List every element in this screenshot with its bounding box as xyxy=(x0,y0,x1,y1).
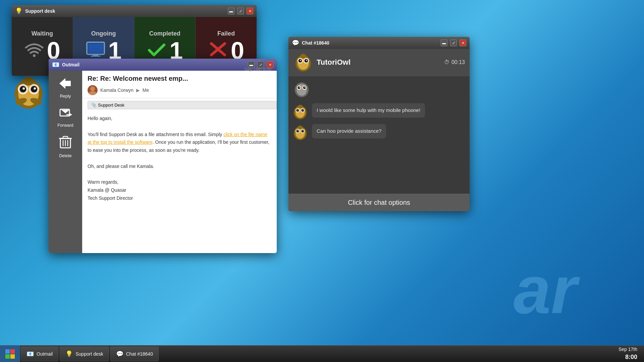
svg-point-61 xyxy=(298,110,299,111)
email-subject: Re: Re: Welcome newest emp... xyxy=(88,75,188,82)
delete-button[interactable]: Delete xyxy=(50,132,80,162)
paperclip-icon: 📎 xyxy=(91,103,97,108)
chat-minimize-btn[interactable]: ▬ xyxy=(441,40,447,46)
svg-point-50 xyxy=(298,86,300,89)
chat-maximize-btn[interactable]: ⤢ xyxy=(450,40,457,46)
svg-point-73 xyxy=(298,130,299,131)
delete-label: Delete xyxy=(59,153,72,158)
chat-timer-value: 00:13 xyxy=(451,59,465,65)
attachment-name: Support Desk xyxy=(98,103,124,108)
svg-point-62 xyxy=(303,110,304,111)
support-close-btn[interactable]: ✕ xyxy=(247,8,253,14)
taskbar-chat-item[interactable]: 💬 Chat #18640 xyxy=(110,347,159,361)
chat-window: 💬 Chat #18640 ▬ ⤢ ✕ TutoriOwl xyxy=(288,37,470,211)
svg-point-33 xyxy=(89,91,97,95)
chat-msg-2-text: Can hoo provide assistance? xyxy=(312,124,386,138)
email-date: Sep 16th 8:00 xyxy=(244,67,271,72)
svg-marker-21 xyxy=(59,78,71,89)
svg-point-41 xyxy=(306,60,307,61)
email-link[interactable]: click on the file name at the top to ins… xyxy=(88,132,267,145)
email-header: Re: Re: Welcome newest emp... Sep 16th 8… xyxy=(82,71,277,98)
svg-point-43 xyxy=(300,54,306,59)
svg-point-64 xyxy=(298,105,303,109)
taskbar-outmail-icon: 📧 xyxy=(26,350,34,358)
reply-button[interactable]: Reply xyxy=(50,74,80,102)
sender-name: Kamala Corwyn xyxy=(100,87,133,93)
chat-messages: I woold like some hulp with my mobile ph… xyxy=(288,100,470,194)
outmail-titlebar: 📧 Outmail ▬ ⤢ ✕ xyxy=(49,59,277,71)
forward-button[interactable]: Forward xyxy=(50,103,80,131)
chat-ghost-avatar-row xyxy=(288,76,470,100)
svg-marker-23 xyxy=(61,110,69,113)
taskbar-support-item[interactable]: 💡 Support desk xyxy=(60,347,109,361)
cross-icon xyxy=(208,41,228,60)
delete-icon xyxy=(59,136,72,152)
stat-ongoing-label: Ongoing xyxy=(91,30,116,37)
chat-msg-1: I woold like some hulp with my mobile ph… xyxy=(292,103,466,120)
email-body-para1: You'll find Support Desk as a file attac… xyxy=(88,131,271,155)
outmail-sidebar: Reply Forward xyxy=(49,71,82,253)
attachment-tag[interactable]: 📎 Support Desk xyxy=(88,101,277,109)
svg-point-71 xyxy=(297,130,299,132)
chat-options-button[interactable]: Click for chat options xyxy=(288,194,470,211)
svg-point-59 xyxy=(297,109,299,112)
svg-point-53 xyxy=(304,87,305,88)
svg-rect-81 xyxy=(5,354,10,359)
outmail-content: Re: Re: Welcome newest emp... Sep 16th 8… xyxy=(82,71,277,253)
taskbar-chat-label: Chat #18640 xyxy=(126,351,153,357)
support-desk-title: Support desk xyxy=(25,8,225,14)
svg-marker-25 xyxy=(69,113,72,116)
taskbar: 📧 Outmail 💡 Support desk 💬 Chat #18640 S… xyxy=(0,345,644,362)
svg-point-7 xyxy=(34,87,36,90)
screen-icon xyxy=(86,41,106,60)
stat-waiting-label: Waiting xyxy=(32,30,53,37)
svg-point-51 xyxy=(303,86,306,89)
wifi-icon xyxy=(24,41,44,60)
reply-icon xyxy=(59,77,72,92)
svg-point-9 xyxy=(23,77,34,85)
chat-msg-2: Can hoo provide assistance? xyxy=(292,124,466,141)
chat-msg-1-text: I woold like some hulp with my mobile ph… xyxy=(312,103,425,118)
arrow-icon: ▶ xyxy=(136,87,140,93)
svg-rect-18 xyxy=(91,56,100,57)
svg-rect-17 xyxy=(93,54,98,56)
stat-completed-label: Completed xyxy=(149,30,180,37)
svg-point-40 xyxy=(300,60,301,61)
recipient-name: Me xyxy=(143,87,149,93)
chat-window-title: Chat #18640 xyxy=(302,40,438,46)
clock-icon: ⏱ xyxy=(444,59,449,65)
reply-label: Reply xyxy=(60,94,71,99)
support-maximize-btn[interactable]: ⤢ xyxy=(237,8,244,14)
svg-point-52 xyxy=(299,87,300,88)
email-from-row: Kamala Corwyn ▶ Me xyxy=(88,85,271,95)
svg-point-76 xyxy=(298,126,303,129)
email-body-para2: Oh, and please call me Kamala. xyxy=(88,163,271,171)
taskbar-outmail-item[interactable]: 📧 Outmail xyxy=(21,347,58,361)
taskbar-date: Sep 17th xyxy=(619,346,637,353)
email-body-sign2: Kamala @ Quasar xyxy=(88,186,271,194)
chat-msg-1-avatar xyxy=(292,103,309,120)
support-minimize-btn[interactable]: ▬ xyxy=(228,8,234,14)
outmail-body: Reply Forward xyxy=(49,71,277,253)
taskbar-start-btn[interactable] xyxy=(0,346,20,362)
svg-point-74 xyxy=(303,130,304,131)
svg-point-32 xyxy=(90,86,95,91)
svg-rect-79 xyxy=(5,349,10,354)
svg-rect-28 xyxy=(63,136,68,138)
outmail-title: Outmail xyxy=(62,62,245,67)
email-body-sign3: Tech Support Director xyxy=(88,194,271,202)
svg-point-72 xyxy=(302,130,304,132)
email-body-sign1: Warm regards, xyxy=(88,178,271,186)
forward-label: Forward xyxy=(57,123,73,128)
chat-close-btn[interactable]: ✕ xyxy=(460,40,466,46)
svg-point-14 xyxy=(33,54,36,57)
taskbar-time: 8:00 xyxy=(619,353,637,361)
taskbar-clock: Sep 17th 8:00 xyxy=(619,346,644,361)
email-body: Hello again, You'll find Support Desk as… xyxy=(82,111,277,206)
svg-point-6 xyxy=(22,87,25,90)
desktop-owl-icon xyxy=(10,74,47,111)
chat-timer: ⏱ 00:13 xyxy=(444,59,465,65)
check-icon xyxy=(147,41,167,60)
svg-rect-82 xyxy=(10,354,15,359)
chat-header-name: TutoriOwl xyxy=(317,58,441,67)
